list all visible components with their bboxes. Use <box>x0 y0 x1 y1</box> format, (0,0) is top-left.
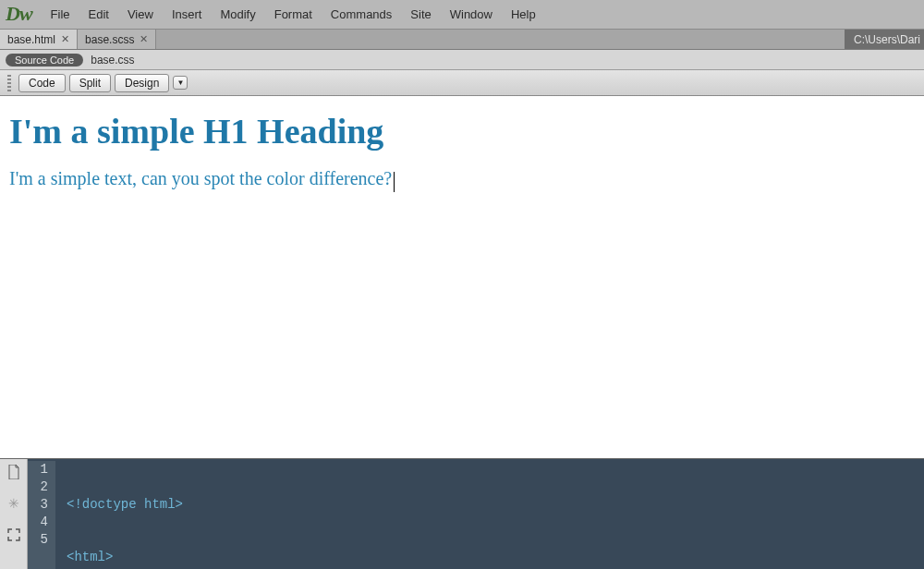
preview-paragraph[interactable]: I'm a simple text, can you spot the colo… <box>9 168 392 188</box>
file-tab-base-html[interactable]: base.html ✕ <box>0 30 78 49</box>
view-toolbar: Code Split Design ▼ <box>0 70 924 96</box>
close-icon[interactable]: ✕ <box>61 33 69 45</box>
code-view: ✳ 1 2 3 4 5 <!doctype html> <html> <head… <box>0 459 924 569</box>
code-editor[interactable]: 1 2 3 4 5 <!doctype html> <html> <head> … <box>28 459 924 569</box>
menu-file[interactable]: File <box>42 4 79 25</box>
code-line[interactable]: <html> <box>67 549 315 566</box>
expand-icon[interactable] <box>6 527 21 542</box>
menu-bar: Dw File Edit View Insert Modify Format C… <box>0 0 924 30</box>
code-content[interactable]: <!doctype html> <html> <head> <meta char… <box>55 461 315 569</box>
menu-commands[interactable]: Commands <box>322 4 401 25</box>
code-line[interactable]: <!doctype html> <box>67 496 315 514</box>
app-logo: Dw <box>6 2 32 26</box>
line-number: 3 <box>35 496 48 514</box>
code-view-button[interactable]: Code <box>18 74 66 92</box>
text-cursor-icon <box>394 172 395 192</box>
file-tab-label: base.html <box>7 33 55 46</box>
menu-view[interactable]: View <box>118 4 163 25</box>
line-number: 4 <box>35 514 48 531</box>
chevron-down-icon: ▼ <box>176 79 184 87</box>
file-path: C:\Users\Dari <box>845 30 924 49</box>
code-tool-gutter: ✳ <box>0 459 28 569</box>
design-view[interactable]: I'm a simple H1 Heading I'm a simple tex… <box>0 96 924 459</box>
split-view-button[interactable]: Split <box>69 74 111 92</box>
menu-help[interactable]: Help <box>502 4 545 25</box>
line-number-gutter: 1 2 3 4 5 <box>28 461 55 569</box>
related-files-bar: Source Code base.css <box>0 50 924 70</box>
menu-modify[interactable]: Modify <box>211 4 264 25</box>
related-file-base-css[interactable]: base.css <box>91 54 134 67</box>
menu-insert[interactable]: Insert <box>163 4 212 25</box>
line-number: 5 <box>35 531 48 549</box>
file-tab-row: base.html ✕ base.scss ✕ C:\Users\Dari <box>0 30 924 50</box>
menu-format[interactable]: Format <box>265 4 322 25</box>
preview-h1[interactable]: I'm a simple H1 Heading <box>9 111 915 151</box>
menu-site[interactable]: Site <box>401 4 440 25</box>
design-view-button[interactable]: Design <box>115 74 169 92</box>
close-icon[interactable]: ✕ <box>140 33 148 45</box>
file-tab-base-scss[interactable]: base.scss ✕ <box>78 30 156 49</box>
file-tab-label: base.scss <box>85 33 134 46</box>
menu-edit[interactable]: Edit <box>79 4 118 25</box>
line-number: 1 <box>35 461 48 478</box>
view-dropdown-button[interactable]: ▼ <box>173 76 188 90</box>
menu-window[interactable]: Window <box>441 4 502 25</box>
toolbar-grip-icon[interactable] <box>7 75 11 91</box>
line-number: 2 <box>35 478 48 496</box>
star-icon[interactable]: ✳ <box>6 496 21 511</box>
source-code-pill[interactable]: Source Code <box>6 54 83 67</box>
document-icon[interactable] <box>6 465 21 479</box>
